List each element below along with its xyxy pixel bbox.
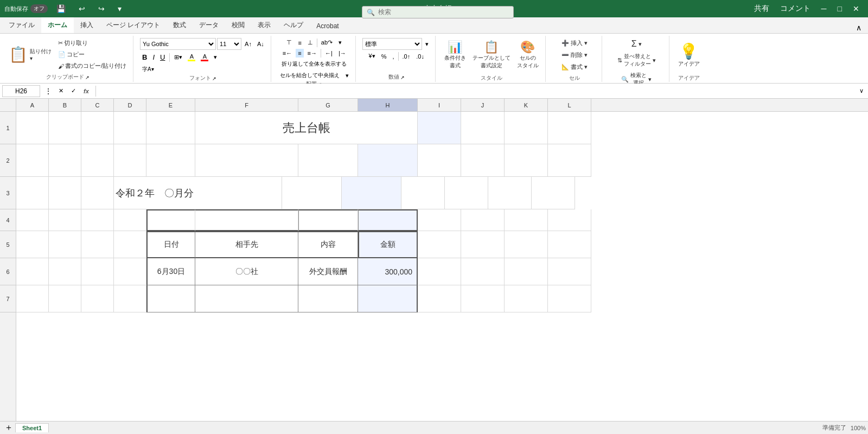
cell-J7[interactable] (461, 285, 505, 312)
cell-A1[interactable] (16, 112, 49, 144)
cell-C2[interactable] (81, 144, 114, 177)
tab-file[interactable]: ファイル (2, 17, 41, 33)
cell-L6[interactable] (548, 258, 591, 285)
cell-C1[interactable] (81, 112, 114, 144)
cell-K4[interactable] (505, 209, 548, 231)
cell-K3[interactable] (488, 177, 532, 209)
cell-G3[interactable] (282, 177, 342, 209)
cell-I3[interactable] (401, 177, 445, 209)
increase-indent-button[interactable]: |→ (336, 49, 348, 58)
col-header-F[interactable]: F (195, 99, 298, 111)
cell-D7[interactable] (114, 285, 146, 312)
cell-B6[interactable] (49, 258, 81, 285)
row-header-4[interactable]: 4 (0, 209, 16, 231)
cell-H5-amount-header[interactable]: 金額 (358, 231, 418, 258)
cell-L1[interactable] (548, 112, 591, 144)
row-header-2[interactable]: 2 (0, 144, 16, 177)
tab-formula[interactable]: 数式 (167, 17, 193, 33)
minimize-button[interactable]: ─ (817, 3, 831, 14)
cell-G2[interactable] (298, 144, 358, 177)
cell-J4[interactable] (461, 209, 505, 231)
col-header-B[interactable]: B (49, 99, 81, 111)
decrease-decimal-button[interactable]: .0↓ (414, 52, 426, 61)
cell-B1[interactable] (49, 112, 81, 144)
share-button[interactable]: 共有 (750, 3, 774, 15)
tab-review[interactable]: 校閲 (225, 17, 251, 33)
cell-F1-title[interactable]: 売上台帳 (195, 112, 418, 144)
col-header-A[interactable]: A (16, 99, 49, 111)
fill-color-button[interactable]: A (186, 52, 197, 62)
cell-E2[interactable] (146, 144, 195, 177)
quick-access-dropdown[interactable]: ▾ (113, 3, 126, 14)
cell-C3[interactable] (81, 177, 114, 209)
cell-L2[interactable] (548, 144, 591, 177)
cell-B5[interactable] (49, 231, 81, 258)
cell-options-button[interactable]: ⋮ (42, 86, 54, 97)
cell-H3[interactable] (342, 177, 401, 209)
cell-B4[interactable] (49, 209, 81, 231)
cut-button[interactable]: ✂ 切り取り (56, 38, 129, 48)
table-format-button[interactable]: 📋 テーブルとして 書式設定 (470, 39, 513, 71)
cell-G7[interactable] (298, 285, 358, 312)
formula-input[interactable] (100, 87, 855, 95)
tab-insert[interactable]: 挿入 (74, 17, 100, 33)
cell-E4[interactable] (146, 209, 195, 231)
font-color-dropdown[interactable]: ▾ (212, 53, 219, 62)
autosave-toggle[interactable]: オフ (30, 4, 48, 13)
col-header-J[interactable]: J (461, 99, 505, 111)
tab-acrobat[interactable]: Acrobat (310, 19, 345, 33)
merge-cells-button[interactable]: セルを結合して中央揃え (278, 71, 342, 80)
tab-home[interactable]: ホーム (41, 16, 74, 33)
cell-F5-partner-header[interactable]: 相手先 (195, 231, 298, 258)
cell-J3[interactable] (445, 177, 488, 209)
underline-button[interactable]: U (158, 52, 167, 62)
ribbon-collapse-button[interactable]: ∧ (854, 22, 864, 33)
paste-button[interactable]: 📋 貼り付け ▾ (7, 44, 54, 65)
expand-formula-bar-button[interactable]: ∨ (857, 86, 866, 95)
cell-E5-date-header[interactable]: 日付 (146, 231, 195, 258)
tab-page-layout[interactable]: ページ レイアウト (100, 17, 167, 33)
cell-L3[interactable] (532, 177, 575, 209)
comma-button[interactable]: , (390, 52, 396, 61)
cell-C5[interactable] (81, 231, 114, 258)
cell-D2[interactable] (114, 144, 146, 177)
cell-L5[interactable] (548, 231, 591, 258)
col-header-H[interactable]: H (358, 99, 418, 111)
cell-D3-subtitle[interactable]: 令和２年 〇月分 (114, 177, 282, 209)
cell-K5[interactable] (505, 231, 548, 258)
comment-button[interactable]: コメント (776, 3, 815, 15)
font-size-select[interactable]: 11 (217, 38, 241, 50)
row-header-6[interactable]: 6 (0, 258, 16, 285)
cell-I5[interactable] (418, 231, 461, 258)
sheet-tab-1[interactable]: Sheet1 (15, 423, 49, 432)
cell-I1[interactable] (418, 112, 461, 144)
cell-B3[interactable] (49, 177, 81, 209)
cell-K1[interactable] (505, 112, 548, 144)
align-left-button[interactable]: ≡← (280, 49, 294, 58)
cell-H2[interactable] (358, 144, 418, 177)
cell-G6-content[interactable]: 外交員報酬 (298, 258, 358, 285)
conditional-format-button[interactable]: 📊 条件付き 書式 (442, 39, 468, 71)
row-header-3[interactable]: 3 (0, 177, 16, 209)
cell-A4[interactable] (16, 209, 49, 231)
text-direction-dropdown[interactable]: ▾ (336, 38, 344, 47)
text-direction-button[interactable]: ab↷ (319, 38, 335, 47)
cell-A7[interactable] (16, 285, 49, 312)
decrease-font-button[interactable]: A↓ (255, 40, 266, 48)
sum-button[interactable]: Σ ▾ (629, 38, 644, 50)
cell-A2[interactable] (16, 144, 49, 177)
cell-J2[interactable] (461, 144, 505, 177)
increase-font-button[interactable]: A↑ (242, 40, 254, 48)
confirm-formula-button[interactable]: ✓ (69, 86, 78, 95)
cell-C6[interactable] (81, 258, 114, 285)
tab-help[interactable]: ヘルプ (277, 17, 310, 33)
decrease-indent-button[interactable]: ←| (323, 49, 335, 58)
align-right-button[interactable]: ≡→ (305, 49, 319, 58)
cell-G4[interactable] (298, 209, 358, 231)
cell-B7[interactable] (49, 285, 81, 312)
cell-H4[interactable] (358, 209, 418, 231)
cell-D4[interactable] (114, 209, 146, 231)
col-header-C[interactable]: C (81, 99, 114, 111)
cell-D5[interactable] (114, 231, 146, 258)
cell-F6-partner[interactable]: 〇〇社 (195, 258, 298, 285)
